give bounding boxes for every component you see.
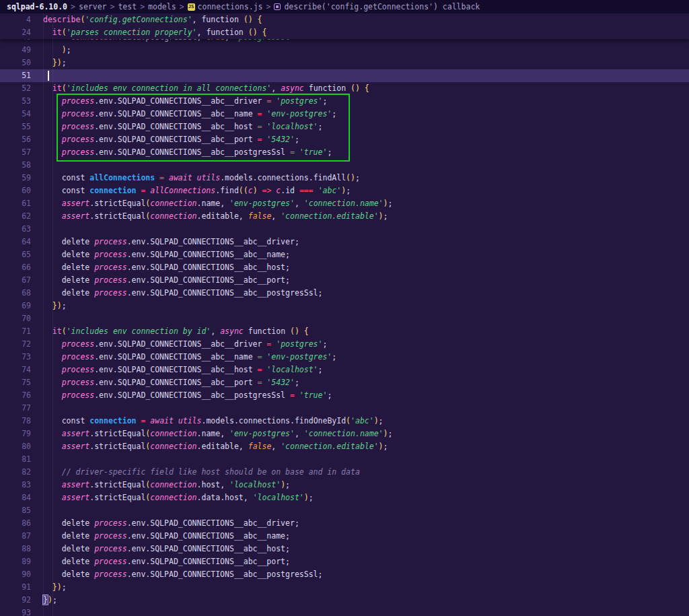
code-line-77[interactable]: 77 bbox=[0, 402, 689, 415]
code-line-24[interactable]: 24 it('parses connection properly', func… bbox=[0, 26, 689, 39]
line-number[interactable]: 52 bbox=[0, 82, 31, 95]
code-line-68[interactable]: 68 delete process.env.SQLPAD_CONNECTIONS… bbox=[0, 287, 689, 300]
line-number[interactable]: 71 bbox=[0, 325, 31, 338]
line-number[interactable]: 59 bbox=[0, 172, 31, 184]
code-line-89[interactable]: 89 delete process.env.SQLPAD_CONNECTIONS… bbox=[0, 555, 689, 568]
code-line-4[interactable]: 4describe('config.getConnections', funct… bbox=[0, 13, 689, 26]
breadcrumb-item-sqlpad-6.10.0[interactable]: sqlpad-6.10.0 bbox=[7, 2, 67, 11]
line-number[interactable]: 49 bbox=[0, 44, 31, 57]
code-line-62[interactable]: 62 assert.strictEqual(connection.editabl… bbox=[0, 210, 689, 223]
line-number[interactable]: 63 bbox=[0, 223, 31, 236]
line-number[interactable]: 84 bbox=[0, 491, 31, 504]
line-number[interactable]: 91 bbox=[0, 581, 31, 594]
line-number[interactable]: 4 bbox=[0, 13, 31, 26]
breadcrumb-item-connections.js[interactable]: JSconnections.js bbox=[188, 2, 263, 11]
line-number[interactable]: 64 bbox=[0, 236, 31, 248]
line-number[interactable]: 74 bbox=[0, 364, 31, 376]
code-line-86[interactable]: 86 delete process.env.SQLPAD_CONNECTIONS… bbox=[0, 517, 689, 530]
line-number[interactable]: 78 bbox=[0, 415, 31, 427]
line-number[interactable]: 85 bbox=[0, 504, 31, 517]
line-number[interactable]: 82 bbox=[0, 466, 31, 479]
code-line-74[interactable]: 74 process.env.SQLPAD_CONNECTIONS__abc__… bbox=[0, 364, 689, 376]
line-number[interactable]: 58 bbox=[0, 159, 31, 172]
line-number[interactable]: 77 bbox=[0, 402, 31, 415]
line-number[interactable]: 72 bbox=[0, 338, 31, 351]
code-line-64[interactable]: 64 delete process.env.SQLPAD_CONNECTIONS… bbox=[0, 236, 689, 248]
code-line-63[interactable]: 63 bbox=[0, 223, 689, 236]
line-number[interactable]: 53 bbox=[0, 95, 31, 108]
line-number[interactable]: 67 bbox=[0, 274, 31, 287]
line-number[interactable]: 75 bbox=[0, 376, 31, 389]
code-line-85[interactable]: 85 bbox=[0, 504, 689, 517]
line-number[interactable]: 66 bbox=[0, 261, 31, 274]
code-line-87[interactable]: 87 delete process.env.SQLPAD_CONNECTIONS… bbox=[0, 530, 689, 543]
code-line-91[interactable]: 91 }); bbox=[0, 581, 689, 594]
line-number[interactable]: 55 bbox=[0, 121, 31, 133]
line-number[interactable]: 89 bbox=[0, 555, 31, 568]
line-number[interactable]: 51 bbox=[0, 69, 31, 82]
line-number[interactable]: 54 bbox=[0, 108, 31, 121]
code-line-59[interactable]: 59 const allConnections = await utils.mo… bbox=[0, 172, 689, 184]
breadcrumb-item-models[interactable]: models bbox=[148, 2, 176, 11]
code-line-78[interactable]: 78 const connection = await utils.models… bbox=[0, 415, 689, 427]
code-line-75[interactable]: 75 process.env.SQLPAD_CONNECTIONS__abc__… bbox=[0, 376, 689, 389]
code-line-82[interactable]: 82 // driver-specific field like host sh… bbox=[0, 466, 689, 479]
code-line-61[interactable]: 61 assert.strictEqual(connection.name, '… bbox=[0, 197, 689, 210]
code-line-92[interactable]: 92}); bbox=[0, 594, 689, 607]
line-number[interactable]: 62 bbox=[0, 210, 31, 223]
line-number[interactable]: 57 bbox=[0, 146, 31, 159]
line-number[interactable]: 70 bbox=[0, 312, 31, 325]
code-line-60[interactable]: 60 const connection = allConnections.fin… bbox=[0, 184, 689, 197]
code-line-50[interactable]: 50 }); bbox=[0, 57, 689, 69]
code-line-53[interactable]: 53 process.env.SQLPAD_CONNECTIONS__abc__… bbox=[0, 95, 689, 108]
line-number[interactable]: 61 bbox=[0, 197, 31, 210]
code-line-52[interactable]: 52 it('includes env connection in all co… bbox=[0, 82, 689, 95]
line-number[interactable]: 69 bbox=[0, 300, 31, 312]
code-line-51[interactable]: 51 bbox=[0, 69, 689, 82]
code-line-72[interactable]: 72 process.env.SQLPAD_CONNECTIONS__abc__… bbox=[0, 338, 689, 351]
line-number[interactable]: 87 bbox=[0, 530, 31, 543]
line-number[interactable]: 60 bbox=[0, 184, 31, 197]
line-number[interactable]: 56 bbox=[0, 133, 31, 146]
code-line-58[interactable]: 58 bbox=[0, 159, 689, 172]
code-line-65[interactable]: 65 delete process.env.SQLPAD_CONNECTIONS… bbox=[0, 248, 689, 261]
code-line-71[interactable]: 71 it('includes env connection by id', a… bbox=[0, 325, 689, 338]
line-number[interactable]: 93 bbox=[0, 607, 31, 616]
code-area[interactable]: 49 );50 });5152 it('includes env connect… bbox=[0, 44, 689, 616]
line-number[interactable]: 65 bbox=[0, 248, 31, 261]
editor-pane[interactable]: 4describe('config.getConnections', funct… bbox=[0, 13, 689, 616]
code-line-66[interactable]: 66 delete process.env.SQLPAD_CONNECTIONS… bbox=[0, 261, 689, 274]
line-number[interactable]: 50 bbox=[0, 57, 31, 69]
line-number[interactable]: 80 bbox=[0, 440, 31, 453]
line-number[interactable]: 68 bbox=[0, 287, 31, 300]
line-number[interactable]: 90 bbox=[0, 568, 31, 581]
code-line-76[interactable]: 76 process.env.SQLPAD_CONNECTIONS__abc__… bbox=[0, 389, 689, 402]
line-number[interactable]: 83 bbox=[0, 479, 31, 491]
breadcrumb-item-server[interactable]: server bbox=[79, 2, 107, 11]
line-number[interactable]: 76 bbox=[0, 389, 31, 402]
code-line-48[interactable]: 48 connection.data.postgresSsl, true, 'p… bbox=[0, 39, 689, 44]
code-line-80[interactable]: 80 assert.strictEqual(connection.editabl… bbox=[0, 440, 689, 453]
code-line-90[interactable]: 90 delete process.env.SQLPAD_CONNECTIONS… bbox=[0, 568, 689, 581]
code-line-79[interactable]: 79 assert.strictEqual(connection.name, '… bbox=[0, 427, 689, 440]
code-line-84[interactable]: 84 assert.strictEqual(connection.data.ho… bbox=[0, 491, 689, 504]
code-line-54[interactable]: 54 process.env.SQLPAD_CONNECTIONS__abc__… bbox=[0, 108, 689, 121]
line-number[interactable]: 92 bbox=[0, 594, 31, 607]
code-line-93[interactable]: 93 bbox=[0, 607, 689, 616]
breadcrumb-item-describe-config.getconnections-callback[interactable]: describe('config.getConnections') callba… bbox=[274, 2, 480, 11]
code-line-49[interactable]: 49 ); bbox=[0, 44, 689, 57]
line-number[interactable]: 73 bbox=[0, 351, 31, 364]
breadcrumb-item-test[interactable]: test bbox=[118, 2, 137, 11]
line-number[interactable]: 48 bbox=[0, 39, 31, 44]
code-line-57[interactable]: 57 process.env.SQLPAD_CONNECTIONS__abc__… bbox=[0, 146, 689, 159]
code-line-81[interactable]: 81 bbox=[0, 453, 689, 466]
line-number[interactable]: 24 bbox=[0, 26, 31, 39]
code-line-70[interactable]: 70 bbox=[0, 312, 689, 325]
code-line-69[interactable]: 69 }); bbox=[0, 300, 689, 312]
line-number[interactable]: 79 bbox=[0, 427, 31, 440]
line-number[interactable]: 88 bbox=[0, 543, 31, 555]
line-number[interactable]: 86 bbox=[0, 517, 31, 530]
code-line-88[interactable]: 88 delete process.env.SQLPAD_CONNECTIONS… bbox=[0, 543, 689, 555]
code-line-67[interactable]: 67 delete process.env.SQLPAD_CONNECTIONS… bbox=[0, 274, 689, 287]
line-number[interactable]: 81 bbox=[0, 453, 31, 466]
